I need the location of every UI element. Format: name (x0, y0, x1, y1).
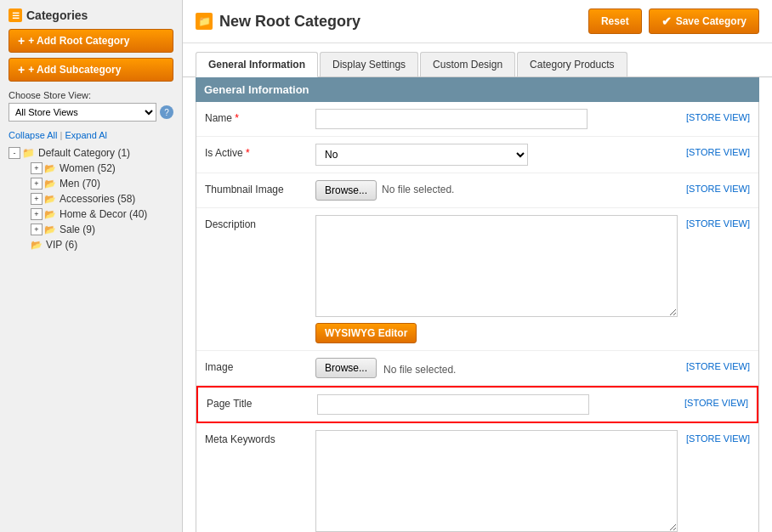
save-check-icon: ✔ (661, 14, 672, 28)
plus-icon-sub: + (18, 63, 25, 76)
tab-category-products[interactable]: Category Products (517, 52, 627, 76)
thumbnail-field: Browse... No file selected. (315, 180, 678, 201)
expand-icon-men[interactable]: + (31, 178, 43, 190)
name-store-view[interactable]: [STORE VIEW] (678, 109, 750, 122)
section-header: General Information (196, 77, 759, 102)
collapse-expand-links: Collapse All | Expand Al (9, 130, 173, 140)
collapse-all-link[interactable]: Collapse All (9, 130, 57, 140)
meta-keywords-field-wrap (315, 430, 678, 532)
folder-icon-default: 📁 (22, 147, 35, 159)
add-subcategory-button[interactable]: + + Add Subcategory (9, 58, 173, 82)
header-buttons: Reset ✔ Save Category (588, 8, 759, 34)
section-body: Name * [STORE VIEW] Is Active * (196, 102, 759, 532)
description-row: Description WYSIWYG Editor [STORE VIEW] (196, 208, 758, 351)
expand-icon-women[interactable]: + (31, 162, 43, 174)
reset-button[interactable]: Reset (588, 8, 642, 34)
page-title-store-view[interactable]: [STORE VIEW] (676, 394, 748, 408)
image-browse-button[interactable]: Browse... (315, 358, 377, 378)
info-icon[interactable]: ? (160, 105, 173, 119)
folder-icon-men: 📂 (44, 178, 56, 190)
tree-item-sale[interactable]: + 📂 Sale (9) (9, 222, 173, 237)
image-label: Image (205, 358, 315, 373)
expand-all-link[interactable]: Expand Al (65, 130, 107, 140)
image-no-file: No file selected. (383, 360, 456, 376)
thumbnail-no-file: No file selected. (382, 180, 454, 195)
sidebar: ☰ Categories + + Add Root Category + + A… (0, 0, 183, 532)
thumbnail-browse-button[interactable]: Browse... (315, 180, 377, 201)
store-view-select[interactable]: All Store Views (9, 103, 156, 122)
page-title-input[interactable] (317, 394, 589, 415)
name-label: Name * (205, 109, 315, 124)
description-field-wrap: WYSIWYG Editor (315, 215, 678, 343)
image-store-view[interactable]: [STORE VIEW] (678, 358, 750, 371)
main-content: 📁 New Root Category Reset ✔ Save Categor… (183, 0, 772, 532)
expand-icon-home[interactable]: + (31, 208, 43, 220)
tab-display-settings[interactable]: Display Settings (320, 52, 418, 76)
page-header-icon: 📁 (196, 13, 213, 30)
expand-icon-sale[interactable]: + (31, 224, 43, 235)
page-title-field (317, 394, 676, 415)
is-active-field: No Yes (315, 144, 678, 166)
page-title-label: Page Title (207, 394, 317, 410)
page-title-row: Page Title [STORE VIEW] (196, 386, 758, 423)
page-title: New Root Category (219, 13, 360, 31)
tree-item-default[interactable]: - 📁 Default Category (1) (9, 145, 173, 161)
categories-icon: ☰ (9, 8, 22, 22)
description-label: Description (205, 215, 315, 230)
is-active-select[interactable]: No Yes (315, 144, 528, 166)
folder-icon-women: 📂 (44, 163, 56, 174)
tree-item-vip[interactable]: 📂 VIP (6) (9, 237, 173, 252)
image-field-wrap: Browse... No file selected. (315, 358, 678, 378)
meta-keywords-label: Meta Keywords (205, 430, 315, 445)
folder-icon-accessories: 📂 (44, 194, 56, 205)
sidebar-title: ☰ Categories (9, 8, 173, 22)
is-active-row: Is Active * No Yes [STORE VIEW] (196, 137, 758, 173)
name-row: Name * [STORE VIEW] (196, 102, 758, 137)
add-root-category-button[interactable]: + + Add Root Category (9, 29, 173, 53)
is-active-store-view[interactable]: [STORE VIEW] (678, 144, 750, 157)
wysiwyg-button[interactable]: WYSIWYG Editor (315, 323, 417, 343)
form-section: General Information Name * [STORE VIEW] (183, 77, 772, 532)
folder-icon-sale: 📂 (44, 224, 56, 235)
meta-keywords-store-view[interactable]: [STORE VIEW] (678, 430, 750, 444)
tree-item-home[interactable]: + 📂 Home & Decor (40) (9, 207, 173, 222)
thumbnail-store-view[interactable]: [STORE VIEW] (678, 180, 750, 194)
meta-keywords-row: Meta Keywords [STORE VIEW] (196, 423, 758, 532)
tree-item-women[interactable]: + 📂 Women (52) (9, 161, 173, 176)
tab-custom-design[interactable]: Custom Design (420, 52, 515, 76)
plus-icon: + (18, 34, 25, 48)
folder-icon-vip: 📂 (31, 240, 43, 251)
expand-icon-accessories[interactable]: + (31, 193, 43, 205)
tab-general-information[interactable]: General Information (196, 52, 318, 77)
store-view-section: Choose Store View: All Store Views ? (9, 90, 173, 122)
tabs-bar: General Information Display Settings Cus… (183, 43, 772, 77)
description-store-view[interactable]: [STORE VIEW] (678, 215, 750, 229)
is-active-label: Is Active * (205, 144, 315, 159)
thumbnail-row: Thumbnail Image Browse... No file select… (196, 173, 758, 208)
description-textarea[interactable] (315, 215, 678, 317)
meta-keywords-textarea[interactable] (315, 430, 678, 532)
expand-icon-default[interactable]: - (9, 147, 20, 159)
page-header: 📁 New Root Category Reset ✔ Save Categor… (183, 0, 772, 43)
name-field (315, 109, 678, 129)
image-row: Image Browse... No file selected. [STORE… (196, 351, 758, 386)
folder-icon-home: 📂 (44, 209, 56, 220)
tree-item-accessories[interactable]: + 📂 Accessories (58) (9, 191, 173, 207)
thumbnail-label: Thumbnail Image (205, 180, 315, 195)
name-input[interactable] (315, 109, 588, 129)
save-category-button[interactable]: ✔ Save Category (649, 8, 759, 34)
tree-item-men[interactable]: + 📂 Men (70) (9, 176, 173, 191)
category-tree: - 📁 Default Category (1) + 📂 Women (52) … (9, 145, 173, 252)
store-view-label: Choose Store View: (9, 90, 173, 100)
